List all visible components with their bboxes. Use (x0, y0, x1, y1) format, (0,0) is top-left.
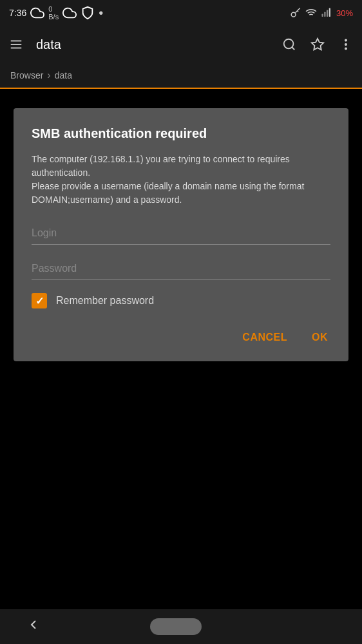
menu-button[interactable] (9, 37, 23, 52)
password-input[interactable] (32, 258, 330, 280)
top-bar-icons (282, 37, 353, 52)
auth-dialog: SMB authentication required The computer… (14, 108, 348, 361)
breadcrumb-current: data (55, 70, 72, 80)
battery-display: 30% (336, 8, 353, 18)
status-right: 30% (290, 7, 353, 19)
main-content: SMB authentication required The computer… (0, 89, 362, 361)
check-mark: ✓ (35, 295, 44, 307)
wifi-icon (305, 7, 317, 19)
home-pill[interactable] (150, 618, 202, 635)
svg-rect-4 (329, 8, 330, 17)
svg-point-8 (284, 39, 294, 49)
cloud-icon (30, 6, 44, 20)
status-left: 7:36 0B/s • (9, 5, 103, 21)
remember-checkbox[interactable]: ✓ (32, 293, 47, 308)
menu-icon (9, 37, 23, 52)
svg-rect-1 (321, 14, 323, 17)
remember-password-row: ✓ Remember password (32, 293, 330, 308)
svg-rect-3 (327, 10, 328, 17)
signal-icon (321, 7, 332, 19)
shield-icon (81, 6, 95, 20)
network-speed: 0B/s (48, 5, 59, 21)
dot-indicator: • (99, 6, 103, 21)
ok-button[interactable]: OK (309, 327, 330, 348)
login-input[interactable] (32, 222, 330, 245)
page-title: data (36, 37, 269, 52)
nav-bar (0, 609, 362, 644)
status-bar: 7:36 0B/s • 30% (0, 0, 362, 26)
login-input-group (32, 222, 330, 245)
svg-rect-2 (324, 12, 325, 17)
cloud2-icon (62, 6, 77, 20)
svg-point-13 (345, 48, 347, 49)
svg-point-12 (345, 44, 347, 45)
time-display: 7:36 (9, 8, 26, 18)
password-input-group (32, 258, 330, 280)
breadcrumb: Browser › data (0, 63, 362, 89)
key-icon (290, 7, 301, 19)
dialog-body: The computer (192.168.1.1) you are tryin… (32, 153, 330, 207)
search-icon (282, 37, 296, 52)
dialog-title: SMB authentication required (32, 126, 330, 141)
svg-marker-10 (312, 39, 323, 50)
more-icon (339, 37, 353, 52)
svg-line-9 (292, 47, 294, 50)
search-button[interactable] (282, 37, 296, 52)
breadcrumb-separator: › (47, 70, 50, 81)
back-icon (26, 617, 41, 632)
star-icon (310, 37, 325, 52)
breadcrumb-parent[interactable]: Browser (10, 70, 43, 80)
dialog-actions: CANCEL OK (32, 327, 330, 348)
top-bar: data (0, 26, 362, 63)
back-button[interactable] (26, 617, 41, 636)
star-button[interactable] (310, 37, 325, 52)
more-button[interactable] (339, 37, 353, 52)
remember-label: Remember password (56, 295, 154, 307)
cancel-button[interactable]: CANCEL (240, 327, 290, 348)
svg-point-0 (291, 12, 296, 17)
svg-point-11 (345, 39, 347, 41)
